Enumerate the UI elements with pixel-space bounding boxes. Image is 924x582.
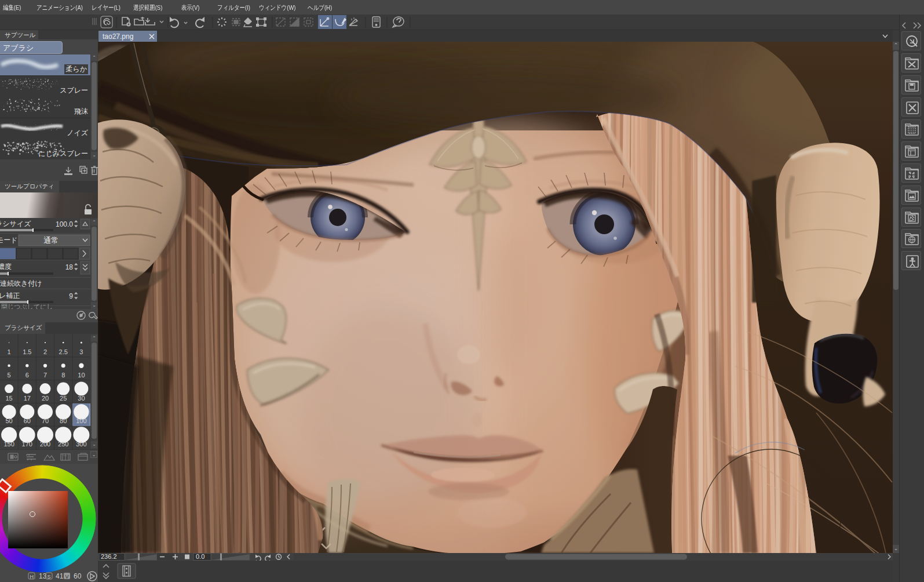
svg-text:連続吹き付け: 連続吹き付け (0, 279, 42, 288)
svg-text:開じつぶしてにし: 開じつぶしてにし (1, 303, 53, 309)
svg-text:9: 9 (69, 292, 73, 300)
svg-text:通常: 通常 (43, 236, 59, 245)
svg-text:7: 7 (43, 372, 47, 379)
svg-text:50: 50 (5, 417, 12, 424)
svg-text:236.2: 236.2 (101, 553, 117, 560)
svg-text:20: 20 (42, 395, 49, 402)
svg-text:41: 41 (56, 572, 64, 580)
svg-text:15: 15 (5, 395, 12, 402)
svg-text:S: S (48, 574, 51, 580)
svg-text:8: 8 (61, 372, 65, 379)
svg-text:3: 3 (79, 348, 83, 355)
svg-text:0.0: 0.0 (196, 553, 204, 560)
svg-text:1.5: 1.5 (23, 348, 31, 355)
svg-text:18: 18 (65, 263, 74, 271)
svg-text:30: 30 (78, 395, 85, 402)
svg-text:2: 2 (43, 348, 47, 355)
svg-text:60: 60 (24, 417, 31, 424)
svg-text:6: 6 (25, 372, 29, 379)
svg-text:60: 60 (74, 572, 82, 580)
svg-text:80: 80 (60, 417, 67, 424)
svg-text:2.5: 2.5 (59, 348, 68, 355)
svg-text:170: 170 (22, 441, 32, 448)
svg-text:5: 5 (8, 372, 11, 379)
svg-text:V: V (65, 574, 69, 580)
svg-text:70: 70 (42, 417, 49, 424)
svg-text:ラシサイズ: ラシサイズ (0, 220, 31, 228)
svg-text:10: 10 (78, 372, 85, 379)
svg-text:H: H (30, 574, 34, 580)
svg-text:1: 1 (8, 348, 11, 355)
svg-text:150: 150 (3, 441, 14, 448)
svg-text:濃度: 濃度 (0, 263, 12, 271)
svg-text:200: 200 (40, 441, 50, 448)
svg-text:25: 25 (60, 395, 67, 402)
svg-text:レ補正: レ補正 (0, 292, 20, 300)
svg-text:250: 250 (58, 441, 68, 448)
svg-text:300: 300 (76, 441, 86, 448)
svg-text:17: 17 (24, 395, 31, 402)
svg-text:モード: モード (0, 236, 18, 244)
svg-text:100: 100 (76, 417, 86, 424)
svg-text:100.0: 100.0 (56, 220, 73, 228)
